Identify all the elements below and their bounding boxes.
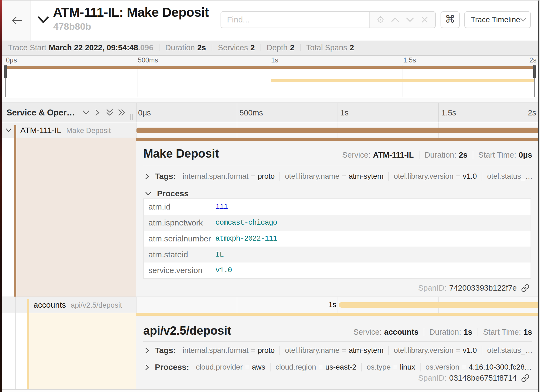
total-spans-label: Total Spans — [306, 43, 347, 52]
tag-key: internal.span.format — [183, 346, 248, 355]
tag-value: us-east-2 — [325, 363, 356, 371]
span-timeline-cell[interactable] — [136, 122, 540, 138]
clear-search-icon[interactable] — [420, 15, 429, 24]
kv-value: atmxph-2022-111 — [211, 231, 531, 247]
header-collapse-toggle[interactable] — [36, 14, 50, 25]
column-divider — [136, 122, 136, 138]
minimap-gridline — [270, 65, 270, 97]
link-icon[interactable] — [521, 374, 529, 382]
span-detail-panel: Make Deposit Service: ATM-111-IL Duratio… — [136, 138, 540, 297]
trace-view-dropdown[interactable]: Trace Timeline — [464, 11, 531, 28]
tag-separator — [482, 172, 482, 181]
minimap-tick: 0μs — [6, 56, 17, 64]
tag-separator — [279, 172, 280, 181]
minimap-tick: 500ms — [138, 56, 158, 64]
kv-value: IL — [211, 247, 531, 263]
service-value: ATM-111-IL — [373, 151, 414, 160]
bottom-strip — [2, 390, 540, 392]
duration-value: 2s — [197, 43, 206, 52]
tags-summary: internal.span.format=proto otel.library.… — [183, 172, 532, 181]
rows-left-border — [3, 122, 3, 390]
total-spans-value: 2 — [350, 43, 354, 52]
service-color-strip — [14, 125, 16, 138]
trace-id: 478b80b — [53, 21, 91, 32]
tag-value: v1.0 — [463, 172, 477, 181]
detail-name-column-tint — [16, 138, 136, 297]
timeline-gridline — [338, 297, 338, 313]
chevron-down-icon — [145, 192, 151, 196]
duration-label: Duration: — [429, 328, 461, 337]
tree-guide-line — [15, 313, 16, 389]
summary-separator — [159, 44, 159, 51]
span-id-value: 03148be6751f8714 — [449, 374, 517, 383]
find-input[interactable] — [221, 11, 369, 28]
tag-value: v1.0 — [463, 346, 477, 355]
duration-label: Duration: — [425, 151, 456, 160]
tags-accordion[interactable]: Tags: internal.span.format=proto otel.li… — [145, 342, 532, 358]
service-label: Service: — [354, 328, 382, 337]
service-label: Service: — [342, 151, 371, 160]
expand-one-icon[interactable] — [95, 109, 102, 116]
detail-name-column[interactable] — [2, 313, 136, 389]
collapse-one-icon[interactable] — [83, 109, 90, 116]
span-detail-row-accounts: api/v2.5/deposit Service: accounts Durat… — [2, 313, 540, 390]
process-accordion[interactable]: Process: cloud.provider=aws cloud.region… — [145, 359, 532, 375]
service-color-strip — [14, 138, 16, 297]
service-name: ATM-111-IL — [20, 126, 61, 135]
keyboard-shortcuts-button[interactable]: ⌘ — [441, 11, 460, 28]
column-resize-grip[interactable] — [130, 114, 135, 120]
tag-key: os.version — [425, 363, 459, 371]
span-name-cell[interactable]: ATM-111-IL Make Deposit — [2, 122, 136, 138]
locate-span-icon[interactable] — [376, 15, 385, 24]
tag-value: aws — [252, 363, 265, 371]
tag-key: otel.library.version — [394, 346, 454, 355]
start-time-label: Start Time: — [478, 151, 516, 160]
tag-separator — [270, 363, 271, 371]
span-timeline-cell[interactable]: 1s — [136, 297, 540, 313]
trace-summary-bar: Trace Start March 22 2022, 09:54:48.096 … — [2, 41, 540, 56]
chevron-right-icon — [145, 173, 149, 180]
tag-separator — [279, 346, 280, 355]
start-time-value: 0μs — [519, 151, 532, 160]
span-row-accounts[interactable]: accounts api/v2.5/deposit 1s — [2, 297, 540, 313]
span-bar-accounts[interactable] — [339, 302, 540, 308]
prev-result-icon[interactable] — [391, 15, 399, 24]
table-row: atm.ispnetwork comcast-chicago — [144, 215, 531, 231]
span-detail-panel: api/v2.5/deposit Service: accounts Durat… — [136, 313, 540, 389]
tag-value: proto — [258, 172, 275, 181]
span-detail-row-atm: Make Deposit Service: ATM-111-IL Duratio… — [2, 138, 540, 297]
span-row-atm[interactable]: ATM-111-IL Make Deposit — [2, 122, 540, 138]
span-collapse-chevron-icon[interactable] — [6, 128, 12, 132]
column-divider[interactable] — [136, 103, 136, 122]
depth-value: 2 — [290, 43, 294, 52]
span-bar-atm[interactable] — [136, 128, 540, 133]
detail-divider — [143, 341, 532, 342]
trace-minimap[interactable] — [5, 65, 535, 97]
tags-label: Tags: — [155, 346, 176, 355]
meta-separator — [478, 328, 478, 336]
collapse-all-icon[interactable] — [106, 109, 113, 116]
view-range-left-handle[interactable] — [4, 65, 7, 78]
detail-meta: Service: accounts Duration: 1s Start Tim… — [354, 328, 532, 337]
next-result-icon[interactable] — [406, 15, 414, 24]
view-range-right-handle[interactable] — [533, 65, 536, 78]
kv-key: atm.serialnumber — [144, 231, 211, 247]
equals-sign: = — [393, 363, 397, 371]
equals-sign: = — [456, 346, 460, 355]
kv-key: service.version — [144, 263, 211, 278]
tags-accordion[interactable]: Tags: internal.span.format=proto otel.li… — [145, 168, 532, 184]
timeline-column-header: Service & Oper… 0μs 500ms 1s 1.5s 2s — [2, 103, 540, 122]
detail-name-column[interactable] — [2, 138, 136, 297]
tag-key: otel.library.name — [285, 346, 339, 355]
link-icon[interactable] — [521, 284, 529, 292]
back-button[interactable] — [12, 16, 22, 25]
trace-start-value: March 22 2022, 09:54:48.096 — [49, 43, 153, 52]
span-name-cell[interactable]: accounts api/v2.5/deposit — [2, 297, 136, 313]
minimap-tick: 1s — [271, 56, 278, 64]
expand-all-icon[interactable] — [118, 109, 125, 116]
timeline-tick: 0μs — [138, 108, 151, 117]
tag-value: atm-sytem — [349, 346, 384, 355]
trace-start-date: March 22 2022, 09:54:48 — [49, 43, 138, 52]
table-row: atm.id 111 — [144, 199, 531, 215]
equals-sign: = — [342, 172, 346, 181]
